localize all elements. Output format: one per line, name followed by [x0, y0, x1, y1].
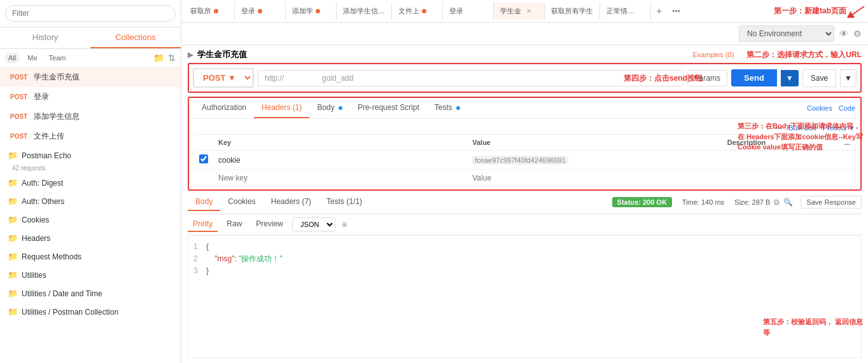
group-label: Utilities / Date and Time — [22, 289, 102, 298]
new-collection-icon[interactable]: 📁 — [153, 53, 164, 63]
collection-group-cookies[interactable]: 📁 Cookies — [0, 210, 181, 229]
all-btn[interactable]: All — [5, 53, 19, 63]
req-tab-authorization[interactable]: Authorization — [194, 98, 254, 118]
env-select[interactable]: No Environment — [739, 25, 834, 42]
collection-group-utilities-postman[interactable]: 📁 Utilities / Postman Collection — [0, 303, 181, 321]
collection-group-headers[interactable]: 📁 Headers — [0, 229, 181, 247]
row-checkbox[interactable] — [199, 154, 208, 163]
preview-tab[interactable]: Preview — [251, 217, 288, 232]
send-dropdown[interactable]: ▼ — [781, 70, 799, 86]
group-label: Cookies — [22, 216, 49, 224]
folder-icon: 📁 — [8, 289, 18, 298]
cookies-link[interactable]: Cookies — [807, 104, 832, 112]
method-select[interactable]: POST ▼ — [193, 68, 254, 88]
new-key-input[interactable] — [218, 174, 462, 182]
collection-item-add-student[interactable]: POST 添加学生信息 — [0, 107, 181, 127]
req-tab-5[interactable]: 登录 — [443, 3, 494, 20]
group-label: Request Methods — [22, 252, 81, 261]
body-dot — [339, 106, 342, 110]
folder-icon: 📁 — [8, 307, 18, 317]
collections-list: POST 学生金币充值 POST 登录 POST 添加学生信息 POST 文件上… — [0, 67, 181, 363]
team-btn[interactable]: Team — [46, 53, 69, 63]
collection-item-label: 文件上传 — [34, 131, 64, 142]
tab-close-icon[interactable]: ✕ — [526, 8, 531, 15]
request-title-row: ▶ 学生金币充值 Examples (0) 第二步：选择请求方式，输入URL — [181, 45, 868, 63]
format-select[interactable]: JSON — [292, 217, 335, 231]
send-button[interactable]: Send — [731, 69, 777, 86]
tab-label: 登录 — [241, 6, 255, 16]
group-label: Auth: Others — [22, 197, 64, 206]
status-badge: Status: 200 OK — [612, 197, 672, 207]
folder-icon: 📁 — [8, 270, 18, 280]
me-btn[interactable]: Me — [24, 53, 40, 63]
collection-group-auth-others[interactable]: 📁 Auth: Others — [0, 192, 181, 210]
annotation-arrow1 — [846, 5, 865, 18]
collection-group-postman-echo[interactable]: 📁 Postman Echo — [0, 146, 181, 165]
gear-icon[interactable]: ⚙ — [853, 29, 862, 39]
sort-icon[interactable]: ⇅ — [168, 53, 176, 63]
examples-link[interactable]: Examples (0) — [693, 51, 734, 58]
collection-item-label: 登录 — [34, 92, 49, 102]
code-link[interactable]: Code — [839, 104, 855, 112]
collection-group-utilities-date[interactable]: 📁 Utilities / Date and Time — [0, 284, 181, 303]
req-tab-tests[interactable]: Tests — [427, 98, 468, 118]
req-tab-7[interactable]: 获取所有学生 — [545, 3, 600, 20]
resp-tab-body[interactable]: Body — [188, 193, 220, 211]
pretty-tab[interactable]: Pretty — [188, 217, 218, 232]
eye-icon[interactable]: 👁 — [839, 29, 848, 39]
copy-icon[interactable]: ⧉ — [774, 198, 780, 207]
url-row: POST ▼ Params Send ▼ Save ▼ — [193, 68, 857, 88]
response-tabs-row: Body Cookies Headers (7) Tests (1/1) Sta… — [188, 191, 862, 214]
req-tab-1[interactable]: 登录 — [235, 3, 286, 20]
req-tab-headers[interactable]: Headers (1) — [254, 98, 309, 118]
req-tab-6[interactable]: 学生金 ✕ — [494, 3, 545, 20]
url-input[interactable] — [258, 70, 683, 86]
group-label: Utilities — [22, 271, 46, 280]
new-value-input[interactable] — [472, 174, 717, 182]
sidebar-header — [0, 0, 181, 27]
group-label: Postman Echo — [22, 151, 71, 160]
save-response-button[interactable]: Save Response — [801, 196, 862, 209]
collection-group-utilities[interactable]: 📁 Utilities — [0, 266, 181, 284]
collection-group-request-methods[interactable]: 📁 Request Methods — [0, 247, 181, 266]
collection-item-file-upload[interactable]: POST 文件上传 — [0, 127, 181, 146]
req-tab-4[interactable]: 文件上 — [392, 3, 443, 20]
req-tab-body[interactable]: Body — [309, 98, 350, 118]
folder-icon: 📁 — [8, 233, 18, 243]
col-check — [194, 135, 213, 151]
code-area: 1 { 2 "msg": "操作成功！" 3 } — [188, 235, 862, 358]
new-tab-plus[interactable]: + — [651, 2, 667, 21]
sidebar-tab-collections[interactable]: Collections — [90, 27, 181, 48]
req-tab-pre-request[interactable]: Pre-request Script — [350, 98, 427, 118]
method-badge-post: POST — [8, 132, 30, 140]
tab-label: 学生金 — [500, 6, 521, 16]
wrap-icon[interactable]: ≡ — [339, 218, 349, 231]
req-tab-8[interactable]: 正常情… — [600, 3, 651, 20]
search-icon[interactable]: 🔍 — [783, 198, 793, 207]
sidebar-tab-history[interactable]: History — [0, 27, 90, 48]
group-label: Utilities / Postman Collection — [22, 308, 118, 317]
collection-group-auth-digest[interactable]: 📁 Auth: Digest — [0, 174, 181, 192]
filter-input[interactable] — [5, 5, 176, 22]
code-line-3: 3 } — [193, 265, 856, 277]
new-key-row — [194, 170, 855, 187]
req-tab-3[interactable]: 添加学生信… — [337, 3, 392, 20]
resp-tab-tests[interactable]: Tests (1/1) — [319, 193, 370, 211]
expand-arrow-icon[interactable]: ▶ — [188, 50, 193, 59]
resp-tab-cookies[interactable]: Cookies — [220, 193, 263, 211]
req-tab-2[interactable]: 添加学 — [286, 3, 337, 20]
sidebar: History Collections All Me Team 📁 ⇅ POST… — [0, 0, 181, 363]
collection-item-student-gold[interactable]: POST 学生金币充值 — [0, 67, 181, 87]
save-dropdown[interactable]: ▼ — [840, 69, 857, 87]
req-tab-0[interactable]: 获取所 — [184, 3, 235, 20]
resp-tab-headers[interactable]: Headers (7) — [263, 193, 319, 211]
collection-item-login[interactable]: POST 登录 — [0, 87, 181, 107]
sidebar-tabs-row: History Collections — [0, 27, 181, 49]
main-panel: 获取所 登录 添加学 添加学生信… 文件上 登录 学生金 ✕ 获取所有学生 — [181, 0, 868, 363]
code-line-2: 2 "msg": "操作成功！" — [193, 253, 856, 265]
tabs-more[interactable]: ••• — [667, 3, 685, 20]
time-stat: Time: 140 ms — [682, 198, 724, 206]
raw-tab[interactable]: Raw — [221, 217, 247, 232]
save-button[interactable]: Save — [802, 69, 836, 87]
tab-dot — [214, 9, 218, 13]
